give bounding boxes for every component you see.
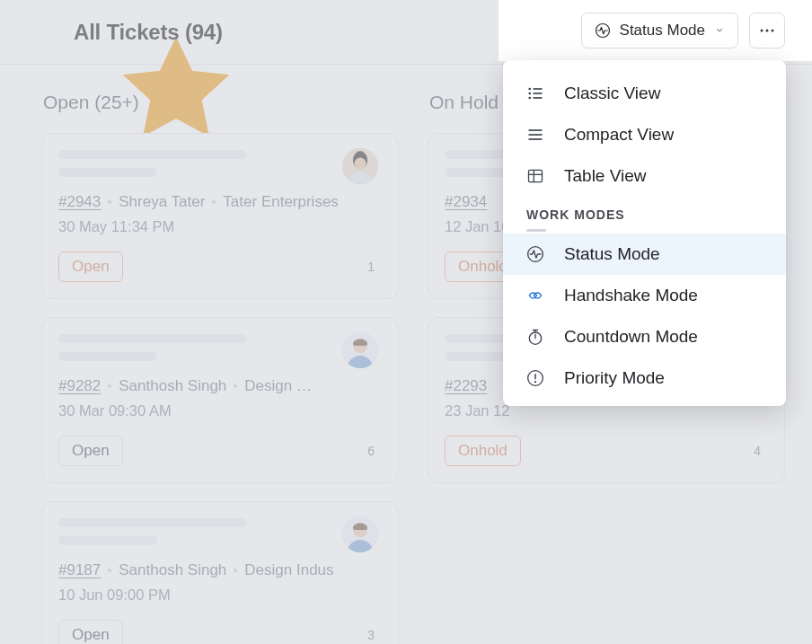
ticket-id[interactable]: #9282 xyxy=(58,377,101,395)
alert-icon xyxy=(526,369,544,387)
lines-icon xyxy=(526,126,544,144)
skeleton-line xyxy=(58,518,247,527)
view-mode-dropdown: Classic View Compact View Table View WOR… xyxy=(503,60,786,406)
ticket-card[interactable]: #9187Santhosh SinghDesign Indus 10 Jun 0… xyxy=(41,501,399,644)
dropdown-item-label: Handshake Mode xyxy=(564,286,698,305)
dropdown-section-label: WORK MODES xyxy=(526,207,764,222)
ticket-agent: Shreya Tater xyxy=(119,193,205,211)
ticket-id[interactable]: #9187 xyxy=(58,561,101,579)
status-badge[interactable]: Onhold xyxy=(445,436,521,466)
column-open-title: Open (25+) xyxy=(43,92,399,113)
dropdown-item-label: Table View xyxy=(564,166,647,186)
table-icon xyxy=(526,167,544,185)
ticket-date: 30 May 11:34 PM xyxy=(58,218,376,235)
stopwatch-icon xyxy=(526,328,544,346)
dropdown-item-label: Status Mode xyxy=(564,244,660,264)
pulse-icon xyxy=(595,22,611,39)
skeleton-line xyxy=(58,352,157,361)
more-icon xyxy=(759,28,775,33)
toolbar-zone: Status Mode xyxy=(499,0,812,61)
status-badge[interactable]: Open xyxy=(58,251,123,282)
dropdown-item-label: Compact View xyxy=(564,125,674,145)
dropdown-item-status-mode[interactable]: Status Mode xyxy=(503,234,786,275)
skeleton-line xyxy=(58,150,247,159)
pulse-icon xyxy=(526,245,544,263)
ticket-agent: Santhosh Singh xyxy=(119,377,226,395)
ticket-count: 3 xyxy=(367,628,376,642)
ticket-card[interactable]: #9282Santhosh SinghDesign … 30 Mar 09:30… xyxy=(41,317,399,483)
page-title: All Tickets (94) xyxy=(74,20,223,45)
ticket-id[interactable]: #2943 xyxy=(58,193,101,211)
status-badge[interactable]: Open xyxy=(58,436,123,466)
ticket-agent: Santhosh Singh xyxy=(119,561,226,579)
dropdown-item-compact-view[interactable]: Compact View xyxy=(503,114,786,155)
ticket-date: 10 Jun 09:00 PM xyxy=(58,587,376,604)
ticket-org: Design Indus xyxy=(244,561,333,579)
mode-select-label: Status Mode xyxy=(620,22,705,40)
status-badge[interactable]: Open xyxy=(58,620,123,644)
dropdown-item-label: Countdown Mode xyxy=(564,327,698,347)
mode-select-button[interactable]: Status Mode xyxy=(581,13,738,49)
avatar xyxy=(342,516,378,552)
star-icon xyxy=(41,22,61,42)
dropdown-section-header: WORK MODES xyxy=(526,207,764,232)
dropdown-item-priority-mode[interactable]: Priority Mode xyxy=(503,357,786,399)
ticket-card[interactable]: #2943Shreya TaterTater Enterprises 30 Ma… xyxy=(41,133,399,299)
ticket-count: 4 xyxy=(754,444,763,458)
dropdown-item-classic-view[interactable]: Classic View xyxy=(503,73,786,114)
ticket-date: 30 Mar 09:30 AM xyxy=(58,402,376,419)
list-icon xyxy=(526,84,544,102)
dropdown-item-handshake-mode[interactable]: Handshake Mode xyxy=(503,275,786,316)
column-open: Open (25+) #2943Shreya TaterTater Enterp… xyxy=(41,81,399,619)
dropdown-item-countdown-mode[interactable]: Countdown Mode xyxy=(503,316,786,357)
skeleton-line xyxy=(58,536,157,545)
avatar xyxy=(342,148,378,184)
ticket-id[interactable]: #2934 xyxy=(445,193,487,211)
ticket-count: 1 xyxy=(367,260,376,274)
ticket-org: Design … xyxy=(244,377,312,395)
ticket-count: 6 xyxy=(367,444,376,458)
more-button[interactable] xyxy=(749,13,785,49)
skeleton-line xyxy=(58,168,157,177)
handshake-icon xyxy=(526,287,544,304)
dropdown-item-label: Classic View xyxy=(564,84,660,103)
dropdown-item-table-view[interactable]: Table View xyxy=(503,155,786,197)
avatar xyxy=(342,332,378,368)
dropdown-item-label: Priority Mode xyxy=(564,368,665,388)
ticket-org: Tater Enterprises xyxy=(223,193,339,211)
skeleton-line xyxy=(58,334,247,343)
ticket-id[interactable]: #2293 xyxy=(445,377,487,395)
chevron-down-icon xyxy=(714,25,725,36)
